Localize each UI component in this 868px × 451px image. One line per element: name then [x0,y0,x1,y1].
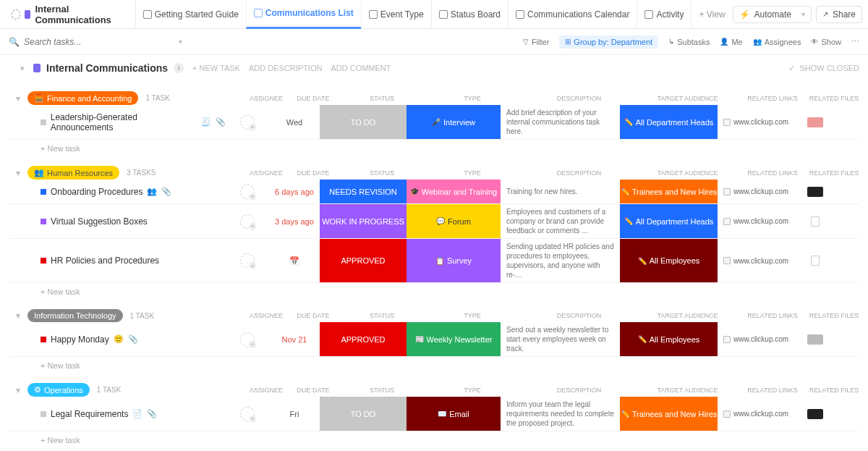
task-name[interactable]: Onboarding Procedures [51,187,142,197]
task-row[interactable]: Leadership-Generated Announcements🧾📎WedT… [9,105,859,140]
description-cell[interactable]: Add brief description of your internal c… [501,105,620,139]
audience-cell[interactable]: ✏️Trainees and New Hires [620,180,718,203]
type-cell[interactable]: 📰Weekly Newsletter [407,322,501,356]
type-cell[interactable]: 💬Forum [407,204,501,238]
link-cell[interactable]: www.clickup.com [718,239,790,282]
file-cell[interactable] [790,322,841,356]
audience-cell[interactable]: ✏️All Employees [620,322,718,356]
filter-button[interactable]: ▽Filter [523,38,549,46]
show-button[interactable]: 👁Show [811,38,841,46]
list-title[interactable]: Internal Communications i [33,62,184,74]
description-cell[interactable]: Employees and customers of a company or … [501,204,620,238]
task-name[interactable]: Legal Requirements [51,409,128,419]
file-thumb[interactable] [807,334,823,345]
file-doc-icon[interactable] [811,256,820,266]
assignee-add[interactable] [240,115,255,130]
assignee-add[interactable] [240,332,255,347]
new-task-button[interactable]: + New task [9,431,859,447]
tab-activity[interactable]: Activity [637,0,691,29]
collapse-icon[interactable]: ▾ [16,168,27,178]
status-cell[interactable]: TO DO [320,105,407,139]
assignee-add[interactable] [240,253,255,268]
task-name[interactable]: Virtual Suggestion Boxes [51,216,148,227]
tab-communications-list[interactable]: Communications List [246,0,361,29]
task-name[interactable]: HR Policies and Procedures [51,256,159,266]
assignee-add[interactable] [240,407,255,421]
description-cell[interactable]: Send out a weekly newsletter to start ev… [501,322,620,356]
file-thumb[interactable] [807,187,823,197]
new-task-button[interactable]: + New task [9,283,859,299]
search-box[interactable]: 🔍 ▾ [9,37,514,47]
link-cell[interactable]: www.clickup.com [718,180,790,203]
info-icon[interactable]: i [174,63,184,73]
group-pill[interactable]: ⚙Operations [27,383,90,397]
file-cell[interactable] [790,204,841,238]
more-button[interactable]: ⋯ [851,37,859,46]
workspace-title[interactable]: Internal Communications [6,4,135,25]
file-thumb[interactable] [807,409,823,419]
due-date[interactable]: 3 days ago [269,204,320,238]
group-by-button[interactable]: ⊞Group by: Department [559,35,658,49]
me-button[interactable]: 👤Me [720,38,742,46]
tab-status-board[interactable]: Status Board [431,0,508,29]
file-cell[interactable] [790,239,841,282]
link-cell[interactable]: www.clickup.com [718,204,790,238]
collapse-icon[interactable]: ▾ [16,385,27,395]
tab-getting-started-guide[interactable]: Getting Started Guide [135,0,246,29]
tab-communications-calendar[interactable]: Communications Calendar [508,0,637,29]
new-task-button[interactable]: + New task [9,140,859,156]
due-date[interactable]: 6 days ago [269,180,320,203]
chevron-down-icon[interactable]: ▾ [179,38,182,46]
due-date[interactable]: Wed [269,105,320,139]
description-cell[interactable]: Sending updated HR policies and procedur… [501,239,620,282]
task-row[interactable]: Legal Requirements📄📎FriTO DO✉️EmailInfor… [9,397,859,431]
file-cell[interactable] [790,397,841,431]
link-cell[interactable]: www.clickup.com [718,322,790,356]
type-cell[interactable]: 📋Survey [407,239,501,282]
group-pill[interactable]: 👥Human Resources [27,166,119,180]
new-task-button[interactable]: + NEW TASK [192,64,240,72]
status-cell[interactable]: TO DO [320,397,407,431]
task-name[interactable]: Happy Monday [51,334,109,345]
file-cell[interactable] [790,180,841,203]
task-row[interactable]: Virtual Suggestion Boxes3 days agoWORK I… [9,204,859,239]
group-pill[interactable]: 🧮Finance and Accounting [27,91,138,105]
due-date[interactable]: Fri [269,397,320,431]
new-task-button[interactable]: + New task [9,357,859,373]
audience-cell[interactable]: ✏️Trainees and New Hires [620,397,718,431]
type-cell[interactable]: ✉️Email [407,397,501,431]
assignee-add[interactable] [240,214,255,229]
status-cell[interactable]: APPROVED [320,322,407,356]
file-cell[interactable] [790,105,841,139]
add-comment-button[interactable]: ADD COMMENT [331,64,391,72]
status-cell[interactable]: APPROVED [320,239,407,282]
description-cell[interactable]: Training for new hires. [501,180,620,203]
share-button[interactable]: ↗ Share [816,6,862,23]
audience-cell[interactable]: ✏️All Employees [620,239,718,282]
audience-cell[interactable]: ✏️All Department Heads [620,105,718,139]
status-cell[interactable]: WORK IN PROGRESS [320,204,407,238]
due-date[interactable]: Nov 21 [269,322,320,356]
collapse-all-icon[interactable]: ▾ [20,64,25,73]
assignee-add[interactable] [240,185,255,199]
type-cell[interactable]: 🎓Webinar and Training [407,180,501,203]
task-row[interactable]: Onboarding Procedures👥📎6 days agoNEEDS R… [9,180,859,204]
automate-button[interactable]: ⚡ Automate ▾ [733,6,812,23]
search-input[interactable] [24,37,169,47]
collapse-icon[interactable]: ▾ [16,311,27,321]
description-cell[interactable]: Inform your team the legal requirements … [501,397,620,431]
link-cell[interactable]: www.clickup.com [718,397,790,431]
task-row[interactable]: Happy Monday🙂📎Nov 21APPROVED📰Weekly News… [9,322,859,357]
audience-cell[interactable]: ✏️All Department Heads [620,204,718,238]
group-pill[interactable]: Information Technology [27,309,123,322]
task-row[interactable]: HR Policies and Procedures📅APPROVED📋Surv… [9,239,859,283]
assignees-button[interactable]: 👥Assignees [753,38,801,46]
status-cell[interactable]: NEEDS REVISION [320,180,407,203]
add-description-button[interactable]: ADD DESCRIPTION [249,64,322,72]
link-cell[interactable]: www.clickup.com [718,105,790,139]
collapse-icon[interactable]: ▾ [16,93,27,104]
file-doc-icon[interactable] [811,216,820,227]
file-thumb[interactable] [807,117,823,127]
tab-event-type[interactable]: Event Type [361,0,431,29]
subtasks-button[interactable]: ↳Subtasks [668,38,710,46]
